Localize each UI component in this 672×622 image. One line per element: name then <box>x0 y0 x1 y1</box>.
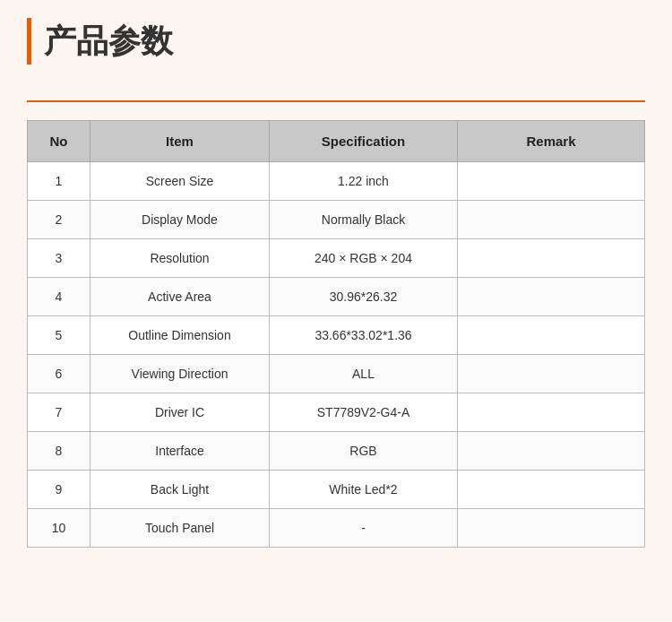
cell-item: Active Area <box>90 278 270 316</box>
cell-spec: White Led*2 <box>270 471 458 509</box>
cell-spec: ST7789V2-G4-A <box>270 393 458 432</box>
table-wrapper: No Item Specification Remark 1Screen Siz… <box>27 120 645 548</box>
cell-item: Outline Dimension <box>90 316 270 355</box>
cell-spec: 33.66*33.02*1.36 <box>270 316 458 355</box>
table-row: 1Screen Size1.22 inch <box>28 162 645 201</box>
cell-remark <box>458 239 645 278</box>
cell-no: 2 <box>28 201 90 239</box>
cell-item: Back Light <box>90 471 270 509</box>
cell-spec: 1.22 inch <box>270 162 458 201</box>
table-row: 8InterfaceRGB <box>28 432 645 471</box>
cell-no: 1 <box>28 162 90 201</box>
table-row: 4Active Area30.96*26.32 <box>28 278 645 316</box>
cell-remark <box>458 355 645 393</box>
table-row: 6Viewing DirectionALL <box>28 355 645 393</box>
cell-remark <box>458 471 645 509</box>
table-row: 2Display ModeNormally Black <box>28 201 645 239</box>
cell-spec: - <box>270 509 458 548</box>
col-header-remark: Remark <box>458 121 645 162</box>
cell-no: 6 <box>28 355 90 393</box>
cell-item: Driver IC <box>90 393 270 432</box>
table-row: 7Driver ICST7789V2-G4-A <box>28 393 645 432</box>
cell-no: 8 <box>28 432 90 471</box>
cell-spec: 240 × RGB × 204 <box>270 239 458 278</box>
cell-item: Touch Panel <box>90 509 270 548</box>
table-row: 5Outline Dimension33.66*33.02*1.36 <box>28 316 645 355</box>
col-header-no: No <box>28 121 90 162</box>
cell-remark <box>458 316 645 355</box>
cell-remark <box>458 509 645 548</box>
divider-line <box>27 100 645 102</box>
page-container: 产品参数 No Item Specification Remark 1Scree… <box>0 0 672 622</box>
cell-spec: 30.96*26.32 <box>270 278 458 316</box>
cell-remark <box>458 201 645 239</box>
cell-no: 3 <box>28 239 90 278</box>
table-row: 10Touch Panel- <box>28 509 645 548</box>
cell-no: 5 <box>28 316 90 355</box>
cell-no: 4 <box>28 278 90 316</box>
specs-table: No Item Specification Remark 1Screen Siz… <box>27 120 645 548</box>
orange-bar-icon <box>27 18 31 65</box>
table-header-row: No Item Specification Remark <box>28 121 645 162</box>
page-title: 产品参数 <box>44 20 173 64</box>
cell-item: Resolution <box>90 239 270 278</box>
cell-remark <box>458 278 645 316</box>
table-row: 9Back LightWhite Led*2 <box>28 471 645 509</box>
cell-no: 7 <box>28 393 90 432</box>
cell-remark <box>458 432 645 471</box>
col-header-item: Item <box>90 121 270 162</box>
cell-no: 9 <box>28 471 90 509</box>
cell-remark <box>458 393 645 432</box>
cell-spec: ALL <box>270 355 458 393</box>
header-section: 产品参数 <box>27 18 645 73</box>
cell-no: 10 <box>28 509 90 548</box>
col-header-spec: Specification <box>270 121 458 162</box>
cell-item: Screen Size <box>90 162 270 201</box>
cell-item: Interface <box>90 432 270 471</box>
cell-item: Viewing Direction <box>90 355 270 393</box>
cell-spec: Normally Black <box>270 201 458 239</box>
cell-remark <box>458 162 645 201</box>
table-row: 3Resolution240 × RGB × 204 <box>28 239 645 278</box>
cell-spec: RGB <box>270 432 458 471</box>
cell-item: Display Mode <box>90 201 270 239</box>
